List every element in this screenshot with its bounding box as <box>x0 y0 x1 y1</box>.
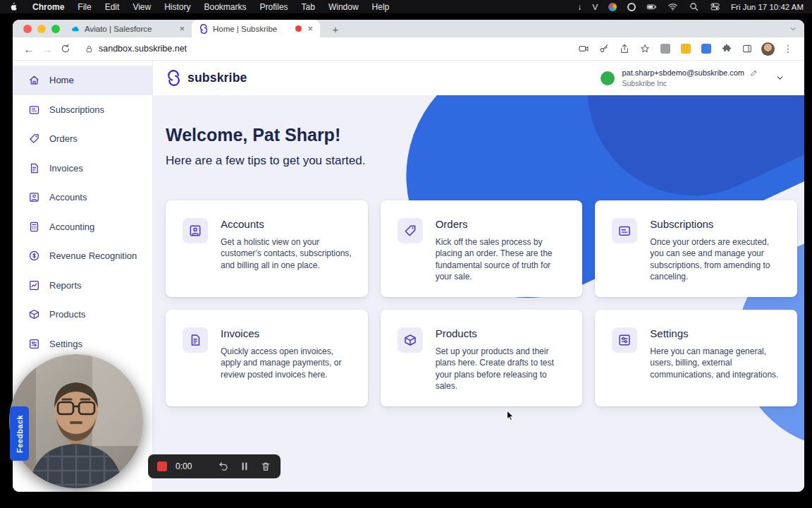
sidebar-item-invoices[interactable]: Invoices <box>13 154 152 183</box>
address-bar[interactable]: sandbox.subskribe.net <box>75 44 576 54</box>
webcam-video <box>9 354 143 488</box>
close-window-button[interactable] <box>23 25 32 33</box>
zoom-window-button[interactable] <box>51 25 60 33</box>
reports-chart-icon <box>28 279 40 291</box>
minimize-window-button[interactable] <box>37 25 46 33</box>
password-key-icon[interactable] <box>596 41 612 56</box>
menu-item-help[interactable]: Help <box>372 2 390 12</box>
user-avatar <box>601 71 615 85</box>
battery-icon[interactable] <box>646 1 657 12</box>
orders-tag-icon <box>28 133 40 145</box>
menubar-clock[interactable]: Fri Jun 17 10:42 AM <box>731 3 804 11</box>
camera-extension-icon[interactable] <box>576 41 591 56</box>
menu-item-history[interactable]: History <box>164 2 190 12</box>
download-arrow-icon[interactable]: ↓ <box>578 3 582 11</box>
extensions-puzzle-icon[interactable] <box>719 41 734 56</box>
delete-recording-icon[interactable] <box>260 461 271 472</box>
wifi-icon[interactable] <box>668 1 678 12</box>
share-icon[interactable] <box>617 41 632 56</box>
card-settings[interactable]: Settings Here you can manage general, us… <box>595 310 797 406</box>
forward-button[interactable]: → <box>38 40 56 58</box>
subskribe-favicon-icon <box>199 24 209 34</box>
spotlight-icon[interactable] <box>689 1 699 12</box>
tips-card-grid: Accounts Get a holistic view on your cus… <box>166 200 797 406</box>
lock-icon <box>85 44 94 54</box>
screen-record-icon[interactable] <box>627 3 636 11</box>
tab-overflow-chevron-icon[interactable] <box>789 25 797 33</box>
sidebar-item-orders[interactable]: Orders <box>13 124 152 154</box>
tab-subskribe-home[interactable]: Home | Subskribe × <box>192 20 320 37</box>
macos-menubar: Chrome File Edit View History Bookmarks … <box>0 0 812 13</box>
card-title: Invoices <box>221 327 354 339</box>
back-button[interactable]: ← <box>20 40 38 58</box>
accounts-icon <box>28 191 40 203</box>
card-description: Quickly access open invoices, apply and … <box>221 346 354 380</box>
sidebar-item-subscriptions[interactable]: Subscriptions <box>13 95 152 125</box>
stop-recording-button[interactable] <box>157 461 167 471</box>
side-panel-icon[interactable] <box>739 41 755 56</box>
account-menu[interactable]: pat.sharp+sbdemo@subskribe.com Subskribe… <box>601 68 785 87</box>
card-products[interactable]: Products Set up your products and their … <box>381 310 583 406</box>
card-accounts[interactable]: Accounts Get a holistic view on your cus… <box>166 200 368 297</box>
status-item-v[interactable]: V <box>592 3 598 11</box>
feedback-label: Feedback <box>16 415 24 453</box>
profile-avatar[interactable] <box>760 41 775 56</box>
menu-item-edit[interactable]: Edit <box>105 2 120 12</box>
menu-item-chrome[interactable]: Chrome <box>32 2 64 12</box>
sidebar-item-label: Products <box>49 309 85 320</box>
tab-salesforce[interactable]: Aviato | Salesforce × <box>63 20 192 37</box>
invoices-icon <box>28 162 40 174</box>
sidebar-item-label: Invoices <box>49 163 83 174</box>
webcam-overlay[interactable] <box>9 354 143 488</box>
sidebar-item-home[interactable]: Home <box>13 66 152 95</box>
app-header: subskribe pat.sharp+sbdemo@subskribe.com… <box>153 61 804 95</box>
sidebar-item-accounting[interactable]: Accounting <box>13 212 152 242</box>
color-wheel-icon[interactable] <box>608 3 617 11</box>
recording-toolbar: 0:00 <box>148 454 281 478</box>
card-subscriptions[interactable]: Subscriptions Once your orders are execu… <box>595 200 797 297</box>
card-title: Products <box>436 327 569 339</box>
menu-item-file[interactable]: File <box>78 2 91 12</box>
card-description: Once your orders are executed, you can s… <box>650 236 783 283</box>
extension-yellow-icon[interactable] <box>678 41 694 56</box>
sidebar-item-label: Orders <box>49 133 78 144</box>
account-chevron-down-icon[interactable] <box>775 73 785 83</box>
edit-pencil-icon[interactable] <box>750 68 758 77</box>
pause-recording-icon[interactable] <box>239 461 250 472</box>
menu-item-tab[interactable]: Tab <box>302 2 315 12</box>
sidebar-item-reports[interactable]: Reports <box>13 271 152 301</box>
extension-gray-icon[interactable] <box>658 41 673 56</box>
accounting-icon <box>28 221 40 233</box>
sidebar-item-accounts[interactable]: Accounts <box>13 183 152 212</box>
card-invoices[interactable]: Invoices Quickly access open invoices, a… <box>166 310 368 406</box>
products-box-icon <box>28 308 40 320</box>
card-description: Set up your products and their plans her… <box>436 346 569 392</box>
browser-menu-icon[interactable]: ⋮ <box>780 41 796 56</box>
subskribe-logo[interactable]: subskribe <box>166 70 247 86</box>
tab-title: Aviato | Salesforce <box>85 25 173 33</box>
feedback-tab[interactable]: Feedback <box>10 406 29 461</box>
sidebar-item-revenue-recognition[interactable]: Revenue Recognition <box>13 241 152 271</box>
reload-button[interactable] <box>56 40 75 58</box>
user-email: pat.sharp+sbdemo@subskribe.com <box>622 68 744 77</box>
card-description: Get a holistic view on your customer's c… <box>221 236 354 271</box>
menu-item-profiles[interactable]: Profiles <box>260 2 288 12</box>
sidebar-item-label: Reports <box>49 280 82 291</box>
close-tab-icon[interactable]: × <box>306 24 314 33</box>
settings-sliders-icon <box>28 338 40 350</box>
card-orders[interactable]: Orders Kick off the sales process by pla… <box>381 200 583 297</box>
close-tab-icon[interactable]: × <box>178 24 186 33</box>
sidebar-item-products[interactable]: Products <box>13 300 152 329</box>
menu-item-bookmarks[interactable]: Bookmarks <box>204 2 247 12</box>
menu-item-view[interactable]: View <box>133 2 151 12</box>
extension-blue-icon[interactable] <box>699 41 714 56</box>
restart-recording-icon[interactable] <box>218 461 229 472</box>
tab-title: Home | Subskribe <box>213 25 291 33</box>
home-icon <box>28 74 40 86</box>
new-tab-button[interactable]: + <box>327 21 344 37</box>
apple-menu-icon[interactable] <box>8 1 19 12</box>
bookmark-star-icon[interactable] <box>637 41 653 56</box>
control-center-icon[interactable] <box>710 1 720 12</box>
sidebar-item-label: Accounting <box>49 222 94 232</box>
menu-item-window[interactable]: Window <box>328 2 359 12</box>
